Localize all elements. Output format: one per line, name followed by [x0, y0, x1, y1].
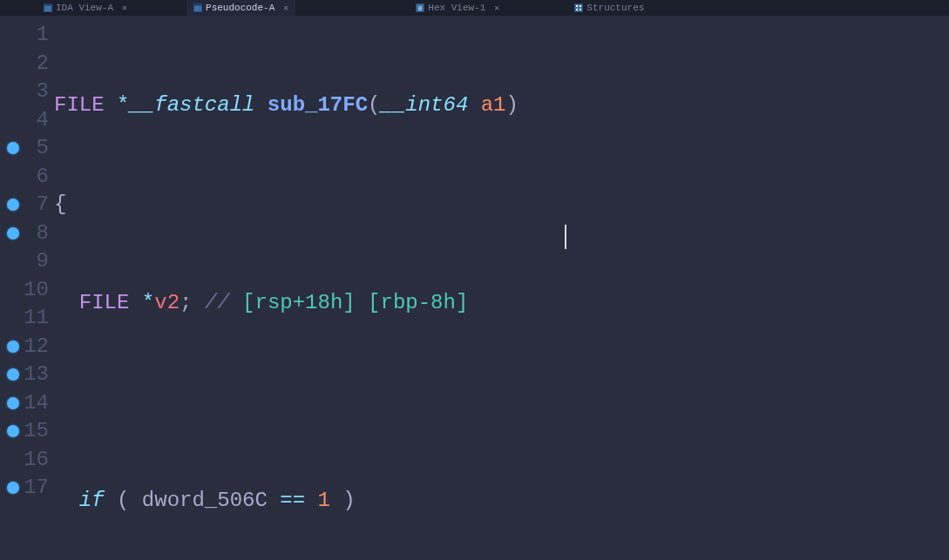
gutter-row[interactable]: 12 — [0, 333, 54, 361]
line-number: 16 — [24, 446, 49, 475]
tab-label: Pseudocode-A — [206, 3, 275, 13]
breakpoint-dot[interactable] — [7, 425, 19, 437]
svg-text:0: 0 — [418, 5, 422, 12]
gutter-row[interactable]: 4 — [0, 106, 54, 135]
tab-label: IDA View-A — [56, 3, 113, 13]
code-line[interactable] — [54, 388, 949, 417]
gutter-row[interactable]: 6 — [0, 163, 54, 192]
gutter-row[interactable]: 3 — [0, 78, 54, 106]
tab-structures[interactable]: Structures — [567, 0, 651, 16]
gutter-row[interactable]: 17 — [0, 474, 54, 503]
gutter-row[interactable]: 16 — [0, 446, 54, 475]
code-line[interactable]: { — [54, 191, 949, 219]
breakpoint-dot[interactable] — [7, 227, 19, 240]
close-icon[interactable]: ✕ — [122, 3, 127, 13]
svg-rect-8 — [580, 5, 581, 7]
line-number: 1 — [37, 21, 49, 50]
gutter-row[interactable]: 13 — [0, 361, 54, 389]
gutter-row[interactable]: 1 — [0, 21, 54, 50]
close-icon[interactable]: ✕ — [283, 3, 288, 13]
window-icon — [44, 3, 52, 12]
line-number: 14 — [24, 389, 49, 418]
svg-rect-10 — [580, 9, 581, 10]
line-number: 3 — [37, 78, 49, 106]
text-caret — [565, 225, 566, 249]
breakpoint-dot[interactable] — [7, 341, 19, 353]
line-number: 2 — [37, 50, 49, 78]
hex-icon: 0 — [416, 3, 424, 12]
line-number: 11 — [24, 304, 49, 333]
line-number: 13 — [24, 361, 49, 389]
code-body[interactable]: FILE *__fastcall sub_17FC(__int64 a1) { … — [54, 16, 949, 560]
line-number: 17 — [24, 474, 49, 503]
code-editor[interactable]: 1234567891011121314151617 FILE *__fastca… — [0, 16, 949, 560]
line-number: 5 — [37, 134, 49, 163]
svg-rect-1 — [44, 4, 52, 6]
tab-label: Structures — [586, 3, 644, 13]
tab-label: Hex View-1 — [428, 3, 485, 13]
line-number: 12 — [24, 333, 49, 361]
svg-rect-7 — [576, 5, 578, 7]
gutter-row[interactable]: 2 — [0, 50, 54, 78]
gutter-row[interactable]: 11 — [0, 304, 54, 333]
close-icon[interactable]: ✕ — [494, 3, 499, 13]
breakpoint-dot[interactable] — [7, 482, 19, 494]
svg-rect-9 — [576, 9, 578, 10]
line-number: 6 — [37, 163, 49, 192]
tab-pseudocode[interactable]: Pseudocode-A ✕ — [186, 0, 295, 16]
gutter-row[interactable]: 14 — [0, 389, 54, 418]
tab-hex-view[interactable]: 0 Hex View-1 ✕ — [409, 0, 506, 16]
breakpoint-dot[interactable] — [7, 142, 19, 154]
code-line[interactable]: FILE *v2; // [rsp+18h] [rbp-8h] — [54, 289, 949, 318]
tab-strip: IDA View-A ✕ Pseudocode-A ✕ 0 Hex View-1… — [0, 0, 949, 16]
svg-rect-6 — [575, 4, 583, 12]
line-number: 15 — [24, 417, 49, 446]
line-number: 8 — [37, 219, 49, 248]
gutter-row[interactable]: 7 — [0, 191, 54, 219]
struct-icon — [574, 3, 583, 12]
code-line[interactable]: if ( dword_506C == 1 ) — [54, 487, 949, 516]
gutter-row[interactable]: 10 — [0, 276, 54, 305]
svg-rect-3 — [194, 4, 202, 6]
gutter-row[interactable]: 5 — [0, 134, 54, 163]
gutter-row[interactable]: 9 — [0, 247, 54, 276]
line-number: 9 — [37, 247, 49, 276]
breakpoint-dot[interactable] — [7, 397, 19, 409]
line-gutter: 1234567891011121314151617 — [0, 16, 54, 560]
breakpoint-dot[interactable] — [7, 368, 19, 381]
gutter-row[interactable]: 15 — [0, 417, 54, 446]
window-icon — [193, 3, 202, 12]
code-line[interactable]: FILE *__fastcall sub_17FC(__int64 a1) — [54, 91, 949, 120]
line-number: 4 — [37, 106, 49, 135]
tab-ida-view[interactable]: IDA View-A ✕ — [37, 0, 134, 16]
line-number: 10 — [24, 276, 49, 305]
breakpoint-dot[interactable] — [7, 199, 19, 211]
line-number: 7 — [37, 191, 49, 219]
gutter-row[interactable]: 8 — [0, 219, 54, 248]
